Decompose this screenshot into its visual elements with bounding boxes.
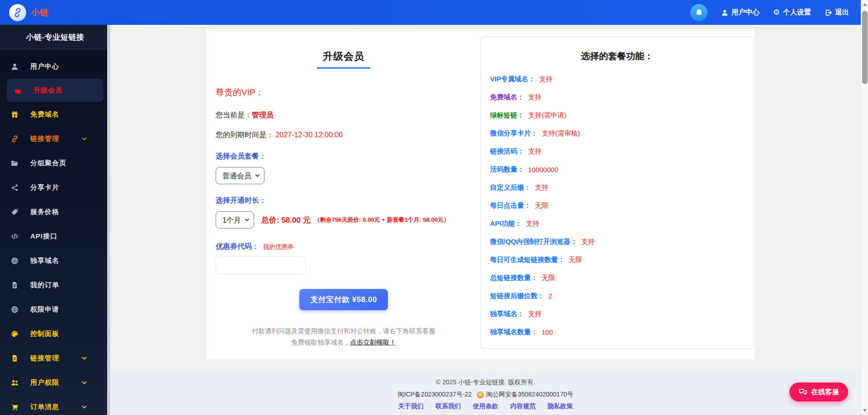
scrollbar-thumb[interactable] [862, 11, 868, 84]
upgrade-form: 升级会员 尊贵的VIP： 您当前是：管理员 您的到期时间是： 2027-12-3… [207, 29, 481, 359]
footer-links: 关于我们 · 联系我们 · 使用条款 · 内容规范 · 隐私政策 [110, 402, 861, 410]
file-lines-icon [10, 354, 19, 363]
footer-link-contact[interactable]: 联系我们 [435, 402, 461, 410]
icp-line: 闽ICP备2023000237号-22 闽公网安备35082402000170号 [110, 391, 861, 399]
chevron-down-icon [81, 379, 88, 386]
upgrade-panel: 升级会员 尊贵的VIP： 您当前是：管理员 您的到期时间是： 2027-12-3… [207, 29, 755, 359]
sidebar-item-service-prices[interactable]: 服务价格 [0, 200, 110, 224]
sidebar-item-order-messages[interactable]: 订单消息 [0, 395, 110, 415]
payment-note: 付款遇到问题及需使用微信支付和对公转账，请右下角联系客服 免费领取独享域名，点击… [216, 326, 472, 348]
gift-icon [10, 110, 19, 119]
sidebar-title: 小链-专业短链接 [0, 25, 110, 50]
feature-row: 独享域名：支持 [490, 305, 753, 323]
globe-icon [10, 256, 19, 265]
police-number: 闽公网安备35082402000170号 [486, 391, 573, 399]
footer-link-terms[interactable]: 使用条款 [473, 402, 498, 410]
icp-number: 闽ICP备2023000237号-22 [398, 391, 472, 399]
folder-icon [10, 159, 19, 168]
duration-select[interactable]: 1个月 [216, 211, 254, 228]
bell-icon [695, 9, 703, 17]
footer: © 2025 小链-专业短链接. 版权所有. 闽ICP备2023000237号-… [110, 372, 861, 415]
logout-icon [825, 9, 832, 16]
total-price: 总价: 58.00 元 [261, 215, 311, 225]
notifications-button[interactable] [690, 4, 708, 21]
feature-row: 微信/QQ内强制打开浏览器：支持 [490, 233, 753, 251]
plan-select[interactable]: 普通会员 [216, 167, 264, 184]
coupon-label: 优惠券代码： [216, 242, 259, 252]
feature-row: 绿标短链：支持(需申请) [490, 106, 753, 124]
user-icon [10, 62, 19, 71]
users-icon [10, 378, 19, 387]
main-content: 升级会员 尊贵的VIP： 您当前是：管理员 您的到期时间是： 2027-12-3… [110, 25, 861, 415]
current-role-value: 管理员 [252, 111, 274, 119]
sidebar-item-link-management-2[interactable]: 链接管理 [0, 346, 110, 370]
feature-row: API功能：支持 [490, 214, 753, 233]
features-title: 选择的套餐功能： [481, 50, 753, 62]
feature-row: 总短链接数量：无限 [490, 269, 753, 287]
feature-row: 微信分享卡片：支持(需审核) [490, 124, 753, 142]
cart-icon [10, 402, 19, 411]
chat-icon [798, 387, 807, 396]
feature-row: 每日点击量：无限 [490, 196, 753, 214]
sidebar-item-user-center[interactable]: 用户中心 [0, 54, 110, 79]
sidebar-item-control-panel[interactable]: 控制面板 [0, 322, 110, 346]
claim-now-link[interactable]: 点击立刻领取！ [350, 339, 396, 346]
nav-personal-settings[interactable]: ⚙ 个人设置 [773, 8, 811, 17]
brand: 小链 [0, 4, 49, 21]
sidebar-scrollbar[interactable] [107, 25, 110, 415]
code-icon [10, 232, 19, 241]
brand-name: 小链 [31, 7, 49, 19]
chevron-down-icon [81, 135, 88, 142]
footer-link-content-policy[interactable]: 内容规范 [510, 402, 536, 410]
sidebar-item-share-cards[interactable]: 分享卡片 [0, 175, 110, 200]
nav-logout[interactable]: 退出 [825, 8, 849, 17]
duration-label: 选择开通时长： [216, 196, 472, 205]
expire-time-value: 2027-12-30 12:00:00 [275, 131, 343, 139]
sidebar-item-upgrade-member[interactable]: 升级会员 [7, 79, 104, 102]
copyright-text: © 2025 小链-专业短链接. 版权所有. [110, 378, 861, 387]
sidebar-item-user-permissions[interactable]: 用户权限 [0, 370, 110, 395]
sidebar-item-group-pages[interactable]: 分组聚合页 [0, 151, 110, 175]
sidebar-item-link-management[interactable]: 链接管理 [0, 126, 110, 151]
police-badge-icon [477, 392, 484, 398]
link-icon [10, 134, 19, 143]
footer-link-about[interactable]: 关于我们 [398, 402, 424, 410]
palette-icon [10, 329, 19, 338]
title-underline [317, 67, 370, 69]
page-scrollbar[interactable] [861, 0, 868, 415]
feature-row: 短链接后缀位数：2 [490, 287, 753, 305]
note-line-2: 免费领取独享域名，点击立刻领取！ [216, 337, 472, 348]
gear-icon: ⚙ [773, 9, 780, 16]
coupon-input[interactable] [216, 256, 306, 274]
tag-icon [10, 207, 19, 216]
feature-row: 自定义后缀：支持 [490, 178, 753, 196]
expire-line: 您的到期时间是： 2027-12-30 12:00:00 [216, 131, 472, 140]
my-coupons-link[interactable]: 我的优惠券 [263, 243, 294, 251]
globe-icon [10, 305, 19, 314]
sidebar-item-my-orders[interactable]: 我的订单 [0, 273, 110, 297]
online-service-button[interactable]: 在线客服 [789, 382, 848, 401]
feature-row: 每日可生成短链接数量：无限 [490, 251, 753, 269]
feature-row: 独享域名数量：100 [490, 323, 753, 341]
feature-row: VIP专属域名：支持 [490, 70, 753, 88]
feature-row: 免费域名：支持 [490, 88, 753, 106]
feature-row: 活码数量：10000000 [490, 160, 753, 178]
sidebar-item-api[interactable]: API接口 [0, 224, 110, 248]
chevron-down-icon [81, 355, 88, 362]
user-icon [721, 9, 728, 16]
alipay-pay-button[interactable]: 支付宝付款 ¥58.00 [299, 289, 388, 310]
feature-row: 链接活码：支持 [490, 142, 753, 160]
note-line-1: 付款遇到问题及需使用微信支付和对公转账，请右下角联系客服 [216, 326, 472, 337]
footer-link-privacy[interactable]: 隐私政策 [547, 402, 573, 410]
app-logo-icon [9, 4, 26, 21]
sidebar-item-exclusive-domain[interactable]: 独享域名 [0, 248, 110, 273]
document-icon [10, 280, 19, 289]
sidebar-item-free-domain[interactable]: 免费域名 [0, 102, 110, 126]
scrollbar-up-arrow[interactable] [863, 3, 867, 6]
nav-user-center[interactable]: 用户中心 [721, 8, 760, 17]
sidebar-item-permission-apply[interactable]: 权限申请 [0, 297, 110, 322]
current-role-line: 您当前是：管理员 [216, 111, 472, 120]
plan-label: 选择会员套餐： [216, 152, 472, 161]
chevron-down-icon [81, 404, 88, 410]
scrollbar-down-arrow[interactable] [863, 409, 867, 412]
